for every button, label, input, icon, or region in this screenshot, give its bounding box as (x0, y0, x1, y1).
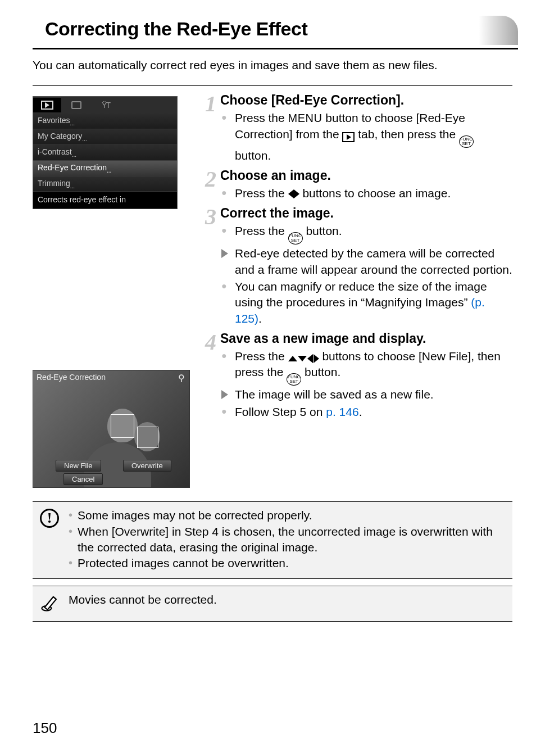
func-set-button-icon: FUNCSET (459, 135, 474, 148)
menu-help-text: Corrects red-eye effect in (33, 192, 177, 209)
step-number: 1 (202, 93, 219, 165)
step-result: The image will be saved as a new file. (220, 387, 512, 402)
page-title: Correcting the Red-Eye Effect (33, 16, 518, 46)
pencil-icon (40, 593, 59, 614)
note-text: Movies cannot be corrected. (69, 592, 505, 614)
menu-tabs: ŸT (33, 97, 177, 114)
step-2: 2 Choose an image. Press the buttons to … (202, 168, 512, 202)
step-title: Choose an image. (220, 168, 512, 183)
warning-icon: ! (40, 509, 59, 528)
step-title: Choose [Red-Eye Correction]. (220, 93, 512, 108)
cancel-button: Cancel (63, 473, 103, 485)
four-way-arrows-icon (288, 354, 319, 363)
face-frame-icon (137, 427, 158, 448)
note-item: When [Overwrite] in Step 4 is chosen, th… (69, 524, 505, 556)
step-bullet: You can magnify or reduce the size of th… (220, 279, 512, 327)
playback-tab-icon (33, 98, 61, 112)
step-result: Red-eye detected by the camera will be c… (220, 246, 512, 278)
intro-text: You can automatically correct red eyes i… (33, 57, 512, 73)
step-title: Save as a new image and display. (220, 331, 512, 346)
info-note: Movies cannot be corrected. (33, 586, 512, 622)
note-item: Some images may not be corrected properl… (69, 508, 505, 523)
menu-item-my-category: My Category... (33, 129, 177, 145)
step-3: 3 Correct the image. Press the FUNCSET b… (202, 206, 512, 328)
menu-item-trimming: Trimming... (33, 176, 177, 192)
step-bullet: Press the MENU button to choose [Red-Eye… (220, 110, 512, 164)
page-title-bar: Correcting the Red-Eye Effect (33, 16, 518, 49)
warning-note: ! Some images may not be corrected prope… (33, 501, 512, 578)
camera-menu-screenshot: ŸT Favorites... My Category... i-Contras… (33, 96, 178, 209)
tools-tab-icon: ŸT (92, 98, 120, 112)
step-1: 1 Choose [Red-Eye Correction]. Press the… (202, 93, 512, 165)
redeye-screen-title: Red-Eye Correction (37, 373, 106, 382)
step-4: 4 Save as a new image and display. Press… (202, 331, 512, 421)
magnify-icon: ⚲ (178, 373, 185, 383)
step-number: 2 (202, 168, 219, 202)
step-number: 4 (202, 331, 219, 421)
menu-item-red-eye: Red-Eye Correction... (33, 161, 177, 176)
step-bullet: Press the buttons to choose an image. (220, 185, 512, 201)
playback-tab-icon (342, 132, 355, 142)
page-link[interactable]: p. 146 (326, 405, 358, 418)
print-tab-icon (62, 98, 90, 112)
menu-item-i-contrast: i-Contrast... (33, 145, 177, 161)
left-right-arrows-icon (288, 189, 299, 198)
step-bullet: Press the FUNCSET button. (220, 223, 512, 245)
overwrite-button: Overwrite (123, 460, 171, 472)
step-title: Correct the image. (220, 206, 512, 221)
step-bullet: Follow Step 5 on p. 146. (220, 404, 512, 420)
new-file-button: New File (56, 460, 101, 472)
face-frame-icon (111, 414, 134, 438)
menu-item-favorites: Favorites... (33, 114, 177, 129)
divider (33, 85, 512, 86)
note-item: Protected images cannot be overwritten. (69, 555, 505, 571)
redeye-correction-screenshot: Red-Eye Correction ⚲ New File Overwrite … (33, 370, 190, 488)
page-number: 150 (33, 719, 57, 737)
func-set-button-icon: FUNCSET (287, 373, 301, 386)
step-bullet: Press the buttons to choose [New File], … (220, 348, 512, 386)
func-set-button-icon: FUNCSET (288, 232, 303, 245)
menu-button-icon: MENU (288, 112, 322, 124)
step-number: 3 (202, 206, 219, 328)
title-underline (33, 48, 518, 49)
